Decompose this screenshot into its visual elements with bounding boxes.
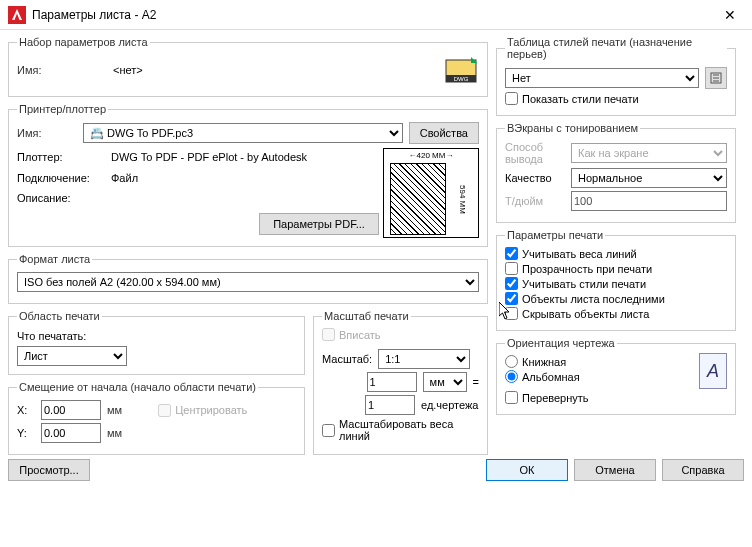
paper-preview: ←420 MM→ 594 MM [383, 148, 479, 238]
opt-plotstyles-label: Учитывать стили печати [522, 278, 646, 290]
scale-den-unit: ед.чертежа [421, 399, 479, 411]
offset-y-unit: мм [107, 427, 122, 439]
plotter-label: Плоттер: [17, 151, 107, 163]
pageset-group: Набор параметров листа Имя: <нет> DWG [8, 36, 488, 97]
plotstyles-legend: Таблица стилей печати (назначение перьев… [505, 36, 727, 60]
scale-num-input[interactable] [367, 372, 417, 392]
connection-value: Файл [111, 172, 379, 184]
plotstyles-edit-button[interactable] [705, 67, 727, 89]
plotarea-group: Область печати Что печатать: Лист [8, 310, 305, 375]
paper-legend: Формат листа [17, 253, 92, 265]
opt-transparency-label: Прозрачность при печати [522, 263, 652, 275]
dpi-input [571, 191, 727, 211]
shaded-legend: ВЭкраны с тонированием [505, 122, 640, 134]
offset-y-input[interactable] [41, 423, 101, 443]
upside-checkbox[interactable] [505, 391, 518, 404]
scale-unit-select[interactable]: мм [423, 372, 467, 392]
opt-lineweights-label: Учитывать веса линий [522, 248, 637, 260]
plotter-value: DWG To PDF - PDF ePlot - by Autodesk [111, 151, 379, 163]
offset-group: Смещение от начала (начало области печат… [8, 381, 305, 455]
printer-name-label: Имя: [17, 127, 77, 139]
scale-select[interactable]: 1:1 [378, 349, 470, 369]
fit-checkbox [322, 328, 335, 341]
offset-legend: Смещение от начала (начало области печат… [17, 381, 258, 393]
plotarea-what-select[interactable]: Лист [17, 346, 127, 366]
dpi-label: Т/дюйм [505, 195, 565, 207]
preview-button[interactable]: Просмотр... [8, 459, 90, 481]
show-plotstyles-label: Показать стили печати [522, 93, 639, 105]
shade-mode-select: Как на экране [571, 143, 727, 163]
autocad-icon [8, 6, 26, 24]
plotstyles-select[interactable]: Нет [505, 68, 699, 88]
edit-icon [710, 72, 722, 84]
shaded-group: ВЭкраны с тонированием Способ вывода Как… [496, 122, 736, 223]
printer-legend: Принтер/плоттер [17, 103, 108, 115]
opt-transparency-checkbox[interactable] [505, 262, 518, 275]
opt-paperspace-label: Объекты листа последними [522, 293, 665, 305]
cancel-button[interactable]: Отмена [574, 459, 656, 481]
landscape-label: Альбомная [522, 371, 580, 383]
plotarea-legend: Область печати [17, 310, 102, 322]
shade-mode-label: Способ вывода [505, 141, 565, 165]
printer-props-button[interactable]: Свойства [409, 122, 479, 144]
offset-x-unit: мм [107, 404, 122, 416]
center-label: Центрировать [175, 404, 247, 416]
show-plotstyles-checkbox[interactable] [505, 92, 518, 105]
cursor-icon [499, 302, 511, 320]
orientation-legend: Ориентация чертежа [505, 337, 617, 349]
svg-text:DWG: DWG [454, 76, 469, 82]
center-checkbox [158, 404, 171, 417]
plotarea-what-label: Что печатать: [17, 330, 296, 342]
opt-lineweights-checkbox[interactable] [505, 247, 518, 260]
upside-label: Перевернуть [522, 392, 589, 404]
orientation-icon: A [699, 353, 727, 389]
scale-label: Масштаб: [322, 353, 372, 365]
scale-lineweights-label: Масштабировать веса линий [339, 418, 479, 442]
plot-options-legend: Параметры печати [505, 229, 605, 241]
ok-button[interactable]: ОК [486, 459, 568, 481]
scale-equals: = [473, 376, 479, 388]
preview-width-label: ←420 MM→ [384, 149, 478, 161]
description-label: Описание: [17, 192, 107, 204]
plotstyles-group: Таблица стилей печати (назначение перьев… [496, 36, 736, 116]
printer-group: Принтер/плоттер Имя: 📇 DWG To PDF.pc3 Св… [8, 103, 488, 247]
window-title: Параметры листа - A2 [32, 8, 156, 22]
quality-select[interactable]: Нормальное [571, 168, 727, 188]
opt-plotstyles-checkbox[interactable] [505, 277, 518, 290]
paper-size-select[interactable]: ISO без полей A2 (420.00 x 594.00 мм) [17, 272, 479, 292]
scale-group: Масштаб печати Вписать Масштаб: 1:1 мм =… [313, 310, 488, 455]
scale-legend: Масштаб печати [322, 310, 411, 322]
offset-x-label: X: [17, 404, 35, 416]
scale-den-input[interactable] [365, 395, 415, 415]
help-button[interactable]: Справка [662, 459, 744, 481]
connection-label: Подключение: [17, 172, 107, 184]
close-icon[interactable]: ✕ [716, 5, 744, 25]
landscape-radio[interactable] [505, 370, 518, 383]
fit-label: Вписать [339, 329, 381, 341]
offset-x-input[interactable] [41, 400, 101, 420]
opt-hide-label: Скрывать объекты листа [522, 308, 649, 320]
scale-lineweights-checkbox[interactable] [322, 424, 335, 437]
svg-rect-0 [8, 6, 26, 24]
portrait-label: Книжная [522, 356, 566, 368]
pageset-legend: Набор параметров листа [17, 36, 150, 48]
printer-name-select[interactable]: 📇 DWG To PDF.pc3 [83, 123, 403, 143]
plot-options-group: Параметры печати Учитывать веса линий Пр… [496, 229, 736, 331]
pageset-name-value: <нет> [113, 64, 143, 76]
pageset-name-label: Имя: [17, 64, 107, 76]
offset-y-label: Y: [17, 427, 35, 439]
preview-height-label: 594 MM [448, 161, 476, 237]
pdf-params-button[interactable]: Параметры PDF... [259, 213, 379, 235]
dwg-icon[interactable]: DWG [443, 55, 479, 85]
portrait-radio[interactable] [505, 355, 518, 368]
orientation-group: Ориентация чертежа Книжная Альбомная A П… [496, 337, 736, 415]
paper-group: Формат листа ISO без полей A2 (420.00 x … [8, 253, 488, 304]
quality-label: Качество [505, 172, 565, 184]
